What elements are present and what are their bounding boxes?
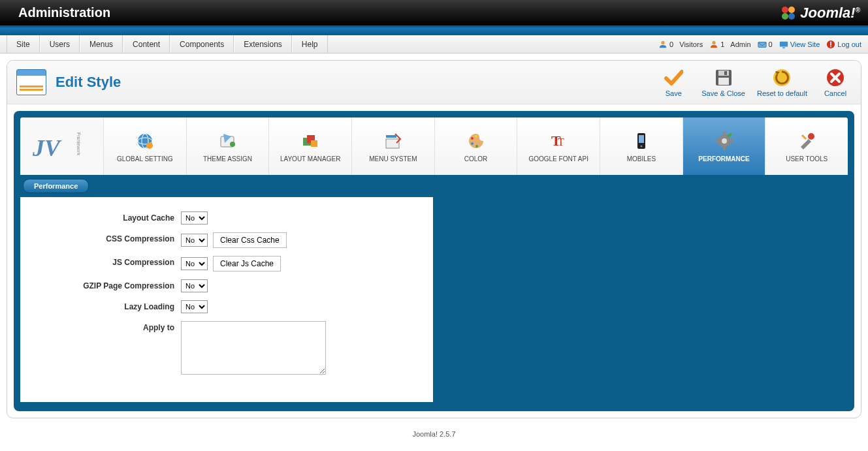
tools-icon: [796, 131, 817, 151]
content-wrapper: Edit Style Save Save & Close: [0, 54, 868, 425]
mail-icon: [758, 40, 767, 49]
tab-color[interactable]: COLOR: [435, 117, 518, 175]
clear-css-cache-button[interactable]: Clear Css Cache: [213, 232, 287, 248]
svg-rect-38: [639, 135, 644, 143]
svg-point-41: [722, 138, 727, 144]
reset-button[interactable]: Reset to default: [757, 67, 807, 97]
top-header: Administration Joomla!®: [0, 0, 868, 27]
svg-rect-45: [730, 140, 733, 142]
cancel-button[interactable]: Cancel: [819, 67, 852, 97]
close-icon: [825, 67, 846, 88]
label-gzip: GZIP Page Compression: [31, 279, 181, 290]
tab-mobiles[interactable]: MOBILES: [600, 117, 683, 175]
palette-assign-icon: [217, 131, 238, 151]
svg-point-11: [830, 46, 831, 47]
svg-rect-10: [830, 41, 831, 45]
svg-point-0: [782, 7, 788, 13]
svg-rect-44: [715, 140, 719, 142]
status-visitors[interactable]: 0 Visitors: [658, 40, 703, 49]
mobile-icon: [631, 131, 652, 151]
menu-icon: [383, 131, 404, 151]
svg-rect-42: [723, 132, 726, 136]
save-button[interactable]: Save: [657, 67, 690, 97]
svg-point-34: [475, 135, 477, 138]
tab-user-tools[interactable]: USER TOOLS: [765, 117, 848, 175]
page-title: Edit Style: [56, 74, 121, 91]
menu-bar: Site Users Menus Content Components Exte…: [0, 35, 868, 54]
logout-icon: [826, 40, 835, 49]
svg-rect-15: [718, 78, 729, 85]
label-lazy-loading: Lazy Loading: [31, 300, 181, 311]
menu-content[interactable]: Content: [123, 35, 170, 53]
row-layout-cache: Layout Cache No: [31, 211, 423, 225]
label-apply-to: Apply to: [31, 321, 181, 332]
menu-site[interactable]: Site: [7, 35, 40, 53]
gear-icon: [714, 131, 735, 151]
textarea-apply-to[interactable]: [181, 321, 326, 375]
joomla-icon: [779, 4, 797, 22]
admin-title: Administration: [8, 5, 110, 20]
svg-point-5: [713, 40, 716, 44]
select-js-compression[interactable]: No: [181, 257, 208, 270]
svg-rect-28: [311, 140, 317, 147]
tab-performance[interactable]: PERFORMANCE: [683, 117, 766, 175]
select-gzip[interactable]: No: [181, 279, 208, 292]
svg-point-2: [782, 13, 788, 20]
svg-rect-7: [780, 41, 788, 46]
header-divider: [0, 27, 868, 35]
monitor-icon: [779, 40, 788, 49]
page-box: Edit Style Save Save & Close: [7, 60, 861, 418]
svg-rect-43: [723, 146, 726, 150]
tab-global-setting[interactable]: GLOBAL SETTING: [104, 117, 187, 175]
svg-rect-6: [758, 42, 765, 47]
row-lazy-loading: Lazy Loading No: [31, 300, 423, 313]
clear-js-cache-button[interactable]: Clear Js Cache: [213, 256, 281, 272]
joomla-logo: Joomla!®: [779, 4, 860, 22]
refresh-icon: [771, 67, 792, 88]
menu-menus[interactable]: Menus: [80, 35, 123, 53]
menu-extensions[interactable]: Extensions: [234, 35, 292, 53]
menu-users[interactable]: Users: [40, 35, 80, 53]
status-view-site[interactable]: View Site: [779, 40, 820, 49]
status-admin[interactable]: 1 Admin: [709, 40, 750, 49]
svg-point-3: [788, 13, 795, 20]
svg-point-46: [808, 133, 814, 140]
status-messages[interactable]: 0: [758, 40, 773, 49]
save-close-button[interactable]: Save & Close: [701, 67, 745, 97]
admin-icon: [709, 40, 718, 49]
row-js-compression: JS Compression No Clear Js Cache: [31, 256, 423, 272]
tab-google-font[interactable]: TT GOOGLE FONT API: [517, 117, 600, 175]
select-layout-cache[interactable]: No: [181, 211, 208, 225]
tab-menu-system[interactable]: MENU SYSTEM: [352, 117, 435, 175]
status-area: 0 Visitors 1 Admin 0 View Site Log out: [658, 35, 861, 53]
user-icon: [658, 40, 667, 49]
tab-theme-assign[interactable]: THEME ASSIGN: [187, 117, 270, 175]
svg-rect-14: [724, 71, 727, 75]
tab-layout-manager[interactable]: LAYOUT MANAGER: [269, 117, 352, 175]
menu-components[interactable]: Components: [170, 35, 234, 53]
status-logout[interactable]: Log out: [826, 40, 861, 49]
inner-content: JV Framework GLOBAL SETTING: [7, 104, 861, 418]
svg-point-32: [471, 142, 474, 145]
sub-tab-performance[interactable]: Performance: [23, 179, 89, 193]
page-title-left: Edit Style: [16, 69, 121, 95]
svg-text:T: T: [558, 136, 564, 148]
label-layout-cache: Layout Cache: [31, 211, 181, 223]
svg-point-33: [475, 145, 478, 148]
color-palette-icon: [466, 131, 487, 151]
layout-icon: [300, 131, 321, 151]
svg-point-39: [640, 145, 642, 147]
page-title-row: Edit Style Save Save & Close: [7, 61, 861, 104]
svg-point-4: [661, 40, 664, 44]
menu-help[interactable]: Help: [292, 35, 328, 53]
font-icon: TT: [548, 131, 569, 151]
select-lazy-loading[interactable]: No: [181, 300, 208, 313]
svg-point-31: [471, 137, 474, 140]
check-icon: [663, 67, 684, 88]
svg-rect-29: [386, 135, 396, 138]
row-gzip: GZIP Page Compression No: [31, 279, 423, 292]
select-css-compression[interactable]: No: [181, 234, 208, 247]
joomla-brand-text: Joomla!®: [800, 5, 860, 22]
svg-rect-13: [718, 70, 729, 76]
jv-framework-logo: JV Framework: [20, 117, 104, 175]
